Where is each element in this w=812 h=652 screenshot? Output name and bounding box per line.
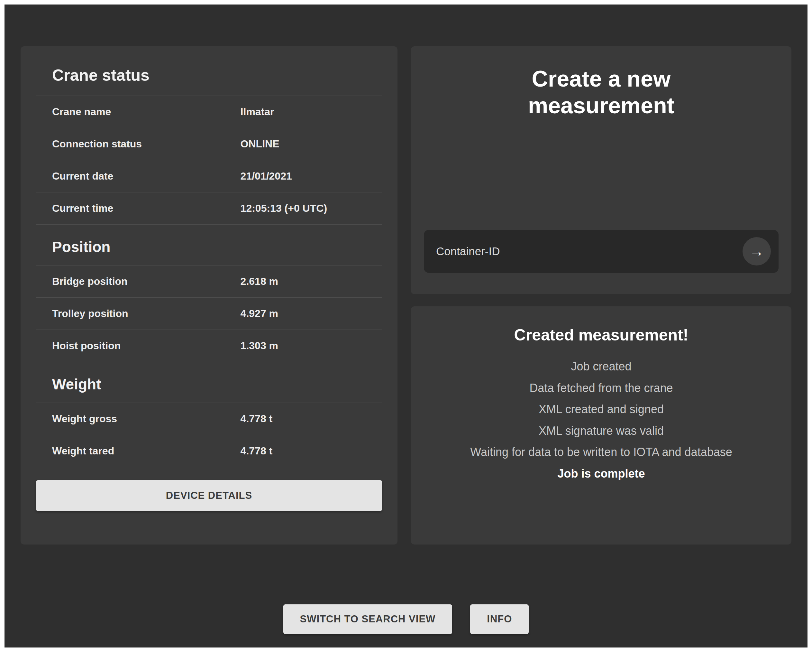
trolley-position-label: Trolley position: [52, 308, 241, 320]
hoist-position-label: Hoist position: [52, 340, 241, 352]
current-time-row: Current time 12:05:13 (+0 UTC): [36, 193, 382, 225]
job-status-line: Job created: [466, 356, 736, 378]
created-measurement-title: Created measurement!: [424, 326, 778, 344]
connection-status-value: ONLINE: [241, 138, 366, 150]
position-section-title: Position: [36, 225, 382, 265]
hoist-position-row: Hoist position 1.303 m: [36, 330, 382, 362]
current-date-row: Current date 21/01/2021: [36, 160, 382, 193]
job-complete-line: Job is complete: [466, 463, 736, 485]
weight-tared-label: Weight tared: [52, 445, 241, 457]
job-status-list: Job created Data fetched from the crane …: [466, 356, 736, 485]
arrow-right-icon: →: [749, 244, 764, 259]
container-id-field[interactable]: →: [424, 230, 778, 273]
current-time-value: 12:05:13 (+0 UTC): [241, 202, 366, 214]
weight-section-title: Weight: [36, 362, 382, 403]
weight-tared-row: Weight tared 4.778 t: [36, 435, 382, 467]
weight-tared-value: 4.778 t: [241, 445, 366, 457]
crane-name-label: Crane name: [52, 106, 241, 118]
switch-to-search-view-button[interactable]: SWITCH TO SEARCH VIEW: [283, 605, 452, 634]
main-content: Crane status Crane name Ilmatar Connecti…: [21, 46, 791, 545]
current-date-label: Current date: [52, 170, 241, 182]
current-time-label: Current time: [52, 202, 241, 214]
crane-status-title: Crane status: [36, 61, 382, 96]
create-measurement-panel: Create a new measurement →: [411, 46, 791, 294]
create-measurement-title: Create a new measurement: [492, 66, 711, 119]
footer-actions: SWITCH TO SEARCH VIEW INFO: [21, 605, 791, 634]
crane-status-panel: Crane status Crane name Ilmatar Connecti…: [21, 46, 397, 545]
weight-gross-label: Weight gross: [52, 413, 241, 425]
weight-gross-row: Weight gross 4.778 t: [36, 403, 382, 435]
trolley-position-row: Trolley position 4.927 m: [36, 298, 382, 330]
created-measurement-panel: Created measurement! Job created Data fe…: [411, 306, 791, 545]
weight-gross-value: 4.778 t: [241, 413, 366, 425]
job-status-line: Data fetched from the crane: [466, 378, 736, 399]
trolley-position-value: 4.927 m: [241, 308, 366, 320]
bridge-position-value: 2.618 m: [241, 275, 366, 288]
submit-measurement-button[interactable]: →: [743, 237, 771, 265]
job-status-line: Waiting for data to be written to IOTA a…: [466, 442, 736, 463]
connection-status-label: Connection status: [52, 138, 241, 150]
right-column: Create a new measurement → Created measu…: [411, 46, 791, 545]
crane-name-value: Ilmatar: [241, 106, 366, 118]
hoist-position-value: 1.303 m: [241, 340, 366, 352]
bridge-position-label: Bridge position: [52, 275, 241, 288]
info-button[interactable]: INFO: [470, 605, 529, 634]
container-id-input[interactable]: [424, 245, 743, 258]
connection-status-row: Connection status ONLINE: [36, 128, 382, 160]
job-status-line: XML signature was valid: [466, 420, 736, 442]
page: Crane status Crane name Ilmatar Connecti…: [0, 0, 812, 652]
app-background: Crane status Crane name Ilmatar Connecti…: [5, 5, 807, 647]
crane-name-row: Crane name Ilmatar: [36, 96, 382, 128]
job-status-line: XML created and signed: [466, 399, 736, 420]
device-details-button[interactable]: DEVICE DETAILS: [36, 480, 382, 511]
current-date-value: 21/01/2021: [241, 170, 366, 182]
bridge-position-row: Bridge position 2.618 m: [36, 265, 382, 298]
